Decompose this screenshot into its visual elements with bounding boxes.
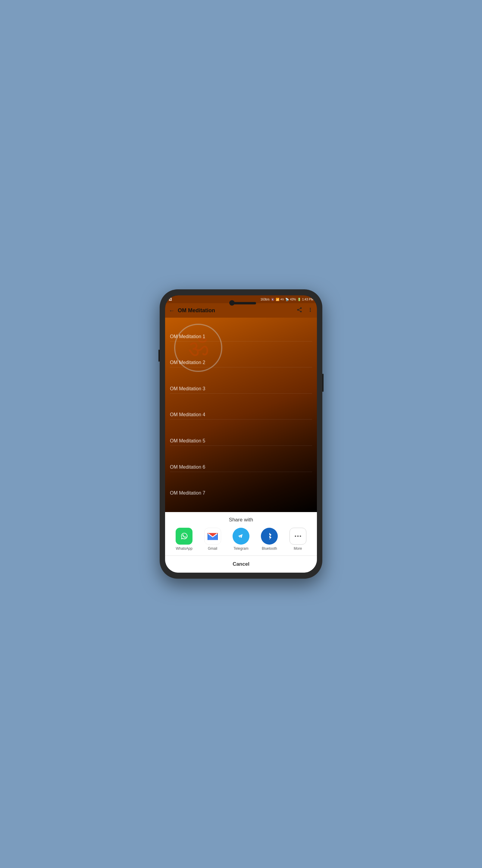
share-app-gmail[interactable]: Gmail — [204, 528, 221, 551]
share-button[interactable] — [296, 307, 302, 314]
phone-frame: 🖼 163b/s 🔇 📶 4G 📡 43% 🔋 1:43 PM ← OM Med… — [160, 289, 322, 579]
list-item[interactable]: OM Meditation 2 — [170, 358, 312, 367]
phone-screen: 🖼 163b/s 🔇 📶 4G 📡 43% 🔋 1:43 PM ← OM Med… — [165, 296, 317, 572]
more-button[interactable] — [307, 307, 313, 314]
app-bar-actions — [296, 307, 313, 314]
whatsapp-icon — [175, 528, 193, 545]
bluetooth-icon — [261, 528, 278, 545]
list-item[interactable]: OM Meditation 6 — [170, 463, 312, 472]
app-bar: ← OM Meditation — [165, 303, 317, 318]
battery-icon: 🔋 — [297, 298, 301, 301]
status-right: 163b/s 🔇 📶 4G 📡 43% 🔋 1:43 PM — [261, 298, 313, 301]
more-icon — [289, 528, 307, 545]
song-list: OM Meditation 1 OM Meditation 2 OM Medit… — [165, 318, 317, 512]
svg-point-4 — [297, 535, 298, 537]
share-title: Share with — [165, 517, 317, 523]
cancel-button[interactable]: Cancel — [165, 556, 317, 572]
more-label: More — [294, 547, 302, 551]
speaker — [232, 302, 256, 304]
share-app-whatsapp[interactable]: WhatsApp — [175, 528, 193, 551]
list-item[interactable]: OM Meditation 1 — [170, 332, 312, 341]
list-item[interactable]: OM Meditation 7 — [170, 489, 312, 498]
time-display: 1:43 PM — [302, 298, 313, 301]
list-item[interactable]: OM Meditation 3 — [170, 384, 312, 394]
share-apps-row: WhatsApp Gmail — [165, 528, 317, 555]
power-button — [322, 374, 324, 392]
telegram-icon — [232, 528, 250, 545]
svg-point-2 — [264, 531, 275, 541]
list-item[interactable]: OM Meditation 5 — [170, 436, 312, 446]
whatsapp-label: WhatsApp — [176, 547, 193, 551]
back-button[interactable]: ← — [169, 307, 175, 314]
gmail-label: Gmail — [208, 547, 217, 551]
mute-icon: 🔇 — [271, 298, 275, 301]
gmail-icon — [204, 528, 221, 545]
volume-button — [158, 350, 160, 362]
bluetooth-label: Bluetooth — [262, 547, 277, 551]
wifi-icon: 📶 — [276, 298, 279, 301]
share-app-more[interactable]: More — [289, 528, 307, 551]
speed-indicator: 163b/s — [261, 298, 269, 301]
notification-icon: 🖼 — [169, 298, 172, 301]
content-area: ॐ OM Meditation 1 OM Meditation 2 OM Med… — [165, 318, 317, 512]
share-app-bluetooth[interactable]: Bluetooth — [261, 528, 278, 551]
svg-point-3 — [295, 535, 296, 537]
battery-text: 43% — [290, 298, 296, 301]
share-app-telegram[interactable]: Telegram — [232, 528, 250, 551]
telegram-label: Telegram — [233, 547, 248, 551]
status-left: 🖼 — [169, 298, 172, 301]
list-item[interactable]: OM Meditation 4 — [170, 410, 312, 420]
svg-point-0 — [179, 531, 189, 541]
share-sheet: Share with WhatsApp — [165, 512, 317, 572]
data-icon: 4G — [281, 298, 284, 301]
svg-point-5 — [300, 535, 301, 537]
app-bar-title: OM Meditation — [178, 307, 296, 314]
signal-icon: 📡 — [285, 298, 289, 301]
